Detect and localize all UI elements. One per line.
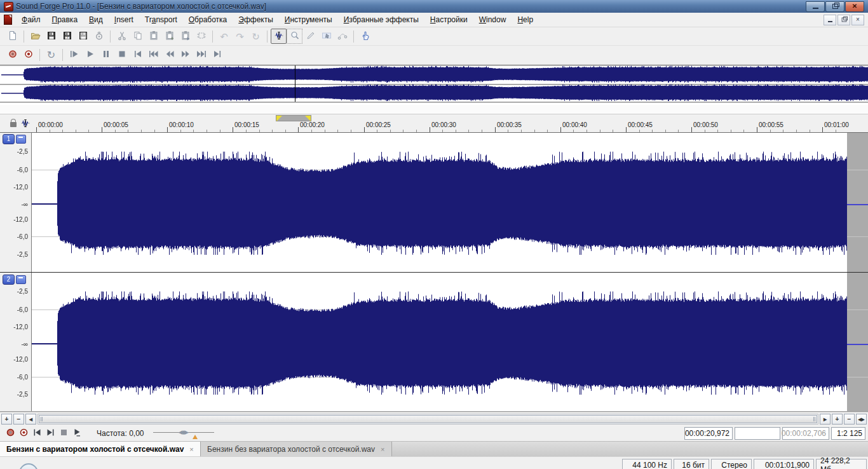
redo-button[interactable]: ↷ bbox=[232, 29, 248, 44]
go-to-end-button[interactable] bbox=[44, 428, 57, 440]
selection-length-box[interactable]: 00:00:02,706 bbox=[782, 427, 829, 440]
menu-item-5[interactable]: Transport bbox=[139, 14, 183, 25]
menu-item-6[interactable]: Обработка bbox=[183, 14, 233, 25]
rewind-button[interactable] bbox=[161, 48, 177, 63]
zoom-in-button[interactable]: + bbox=[1, 414, 12, 425]
child-minimize-button[interactable] bbox=[824, 15, 836, 25]
play-all-button[interactable] bbox=[66, 48, 82, 63]
ruler-tick bbox=[193, 130, 194, 132]
pause-button[interactable] bbox=[98, 48, 114, 63]
channel-2-badge[interactable]: 2 bbox=[3, 275, 15, 285]
loop-playback-button[interactable]: ↻ bbox=[43, 48, 59, 63]
restore-button[interactable] bbox=[825, 1, 844, 12]
rewind-to-start-button[interactable] bbox=[146, 48, 161, 63]
child-restore-icon bbox=[841, 18, 846, 22]
zoom-out-button[interactable]: − bbox=[13, 414, 24, 425]
waveform-canvas[interactable] bbox=[0, 133, 868, 412]
db-scale-label: -12,0 bbox=[0, 184, 28, 191]
record-button[interactable] bbox=[4, 428, 17, 440]
trim-crop-button[interactable] bbox=[193, 29, 209, 44]
waveform-area: -2,5-6,0-12,0-∞-12,0-6,0-2,51-2,5-6,0-12… bbox=[0, 133, 868, 412]
document-tab-1[interactable]: Бензин с вариатором холостой с отсечкой.… bbox=[0, 442, 201, 456]
forward-button[interactable] bbox=[177, 48, 193, 63]
channel-2-minimize-button[interactable] bbox=[16, 275, 26, 284]
envelope-tool-icon bbox=[337, 31, 348, 43]
playback-rate-slider[interactable]: ◀◆▶ bbox=[153, 428, 214, 439]
loop-region-bar[interactable] bbox=[276, 115, 311, 121]
go-to-end-button[interactable] bbox=[209, 48, 225, 63]
record-remote-button[interactable] bbox=[17, 428, 31, 440]
go-to-start-button[interactable] bbox=[130, 48, 146, 63]
stop-button[interactable] bbox=[114, 48, 130, 63]
stop-button[interactable] bbox=[57, 428, 71, 440]
rate-zero-marker bbox=[193, 435, 198, 439]
play-button[interactable] bbox=[82, 48, 98, 63]
cursor-position-box[interactable]: 00:00:20,972 bbox=[684, 427, 733, 440]
app-window: Sound Forge Pro 11.0 - [Бензин с вариато… bbox=[0, 0, 868, 469]
copy-button[interactable] bbox=[130, 29, 146, 44]
paste-to-new-button[interactable] bbox=[177, 29, 193, 44]
menu-item-2[interactable]: Правка bbox=[46, 14, 84, 25]
rewind-to-start-icon bbox=[147, 49, 160, 61]
menu-item-3[interactable]: Вид bbox=[83, 14, 109, 25]
pencil-tool-button[interactable] bbox=[302, 29, 318, 44]
tab-close-icon[interactable]: × bbox=[189, 445, 193, 453]
event-tool-button[interactable] bbox=[318, 29, 334, 44]
horizontal-scrollbar[interactable] bbox=[37, 414, 818, 425]
save-all-icon bbox=[78, 31, 88, 43]
frequency-readout: Частота: 0,00 bbox=[97, 429, 144, 438]
scrollbar-thumb[interactable] bbox=[39, 415, 817, 423]
magnify-tool-button[interactable] bbox=[287, 29, 302, 44]
scroll-right-button[interactable]: ▸ bbox=[820, 414, 831, 425]
overview-waveform[interactable] bbox=[0, 65, 868, 105]
menu-item-1[interactable]: Файл bbox=[16, 14, 46, 25]
zoom-out-time-button[interactable]: − bbox=[844, 414, 855, 425]
zoom-fit-button[interactable]: ◂▸ bbox=[856, 414, 867, 425]
rate-slider-handle[interactable]: ◀◆▶ bbox=[179, 429, 188, 435]
forward-to-end-button[interactable] bbox=[193, 48, 209, 63]
tab-close-icon[interactable]: × bbox=[381, 445, 384, 453]
menu-item-7[interactable]: Эффекты bbox=[233, 14, 279, 25]
paste-special-button[interactable] bbox=[161, 29, 177, 44]
save-button[interactable] bbox=[43, 29, 59, 44]
selection-start-box[interactable] bbox=[735, 427, 780, 440]
publish-button[interactable] bbox=[91, 29, 107, 44]
ruler-tick bbox=[810, 130, 810, 132]
envelope-tool-button[interactable] bbox=[334, 29, 350, 44]
channel-1-minimize-button[interactable] bbox=[16, 135, 26, 144]
channel-1-badge[interactable]: 1 bbox=[3, 134, 15, 144]
menu-item-12[interactable]: Help bbox=[512, 14, 539, 25]
time-ruler[interactable]: 00:00:0000:00:0500:00:1000:00:1500:00:20… bbox=[0, 114, 868, 133]
undo-button[interactable]: ↶ bbox=[216, 29, 232, 44]
menu-item-10[interactable]: Настройки bbox=[424, 14, 473, 25]
scroll-left-button[interactable]: ◂ bbox=[25, 414, 36, 425]
db-scale-label: -6,0 bbox=[0, 233, 28, 240]
record-button[interactable] bbox=[4, 48, 20, 63]
child-restore-button[interactable] bbox=[837, 15, 850, 25]
play-button[interactable] bbox=[71, 428, 84, 440]
zoom-ratio-box[interactable]: 1:2 125 bbox=[831, 427, 865, 440]
whats-this-help-button[interactable] bbox=[357, 29, 373, 44]
paste-button[interactable] bbox=[146, 29, 161, 44]
cut-button[interactable] bbox=[114, 29, 130, 44]
menu-item-4[interactable]: Insert bbox=[109, 14, 139, 25]
open-file-button[interactable] bbox=[27, 29, 43, 44]
close-icon: ✕ bbox=[852, 3, 857, 10]
menu-item-9[interactable]: Избранные эффекты bbox=[338, 14, 424, 25]
minimize-button[interactable] bbox=[806, 1, 825, 12]
go-to-start-button[interactable] bbox=[31, 428, 44, 440]
menu-item-11[interactable]: Window bbox=[473, 14, 512, 25]
menu-item-8[interactable]: Инструменты bbox=[279, 14, 338, 25]
new-file-button[interactable] bbox=[4, 29, 20, 44]
document-tab-2[interactable]: Бензин без вариатора холостой с отсечкой… bbox=[201, 442, 392, 456]
forward-icon bbox=[180, 49, 191, 61]
save-all-button[interactable] bbox=[75, 29, 91, 44]
ruler-tick bbox=[652, 130, 653, 132]
save-as-button[interactable]: ? bbox=[59, 29, 75, 44]
edit-tool-button[interactable] bbox=[271, 29, 287, 44]
record-remote-button[interactable] bbox=[20, 48, 36, 63]
zoom-in-time-button[interactable]: + bbox=[832, 414, 843, 425]
close-button[interactable]: ✕ bbox=[845, 1, 864, 12]
child-close-button[interactable]: × bbox=[851, 15, 864, 25]
repeat-button[interactable]: ↻ bbox=[248, 29, 264, 44]
